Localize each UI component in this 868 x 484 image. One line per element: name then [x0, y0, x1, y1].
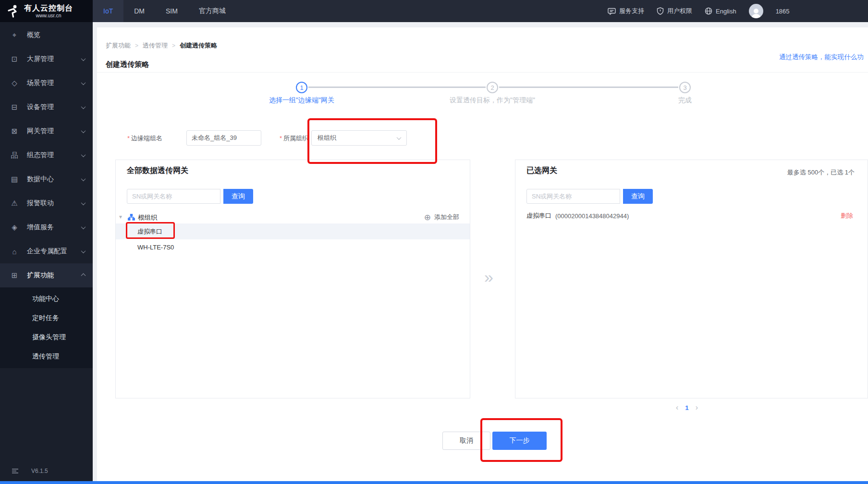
chevron-up-icon	[81, 273, 86, 278]
header-divider	[97, 72, 868, 73]
next-page-arrow[interactable]: ›	[696, 403, 698, 412]
bottom-accent-bar	[0, 481, 868, 484]
sidebar-navigation: ⌖ 概览 ⊡ 大屏管理 ◇ 场景管理 ⊟ 设备管理 ⊠ 网关管理 品 组态管理	[0, 22, 93, 481]
sidebar-item-value-added-services[interactable]: ◈ 增值服务	[0, 215, 93, 239]
submenu-item-scheduled-tasks[interactable]: 定时任务	[0, 309, 93, 328]
sidebar-item-extended-functions[interactable]: ⊞ 扩展功能	[0, 263, 93, 287]
submenu-item-function-center[interactable]: 功能中心	[0, 289, 93, 309]
step-1-circle: 1	[296, 82, 307, 93]
value-added-icon: ◈	[10, 223, 19, 232]
user-avatar[interactable]	[749, 4, 763, 18]
sidebar-item-alarm-linkage[interactable]: ⚠ 报警联动	[0, 191, 93, 215]
selected-gateways-title: 已选网关	[526, 166, 557, 176]
organization-select[interactable]: 根组织	[311, 130, 407, 146]
transfer-arrows-icon: »	[484, 268, 492, 286]
org-tree-header: ▾ 根组织 ⊕ 添加全部	[116, 212, 470, 223]
breadcrumb-current-page: 创建透传策略	[180, 41, 217, 50]
current-page-number[interactable]: 1	[685, 404, 689, 411]
tree-expand-caret-icon[interactable]: ▾	[119, 213, 122, 220]
chevron-down-icon	[81, 224, 86, 229]
next-step-button[interactable]: 下一步	[492, 432, 547, 450]
circle-plus-icon: ⊕	[424, 213, 431, 222]
edge-group-name-label: *边缘端组名	[127, 134, 162, 143]
tab-sim[interactable]: SIM	[155, 0, 188, 22]
edge-group-name-input[interactable]	[186, 130, 261, 146]
service-support-link[interactable]: 服务支持	[608, 7, 644, 15]
sidebar-item-overview[interactable]: ⌖ 概览	[0, 23, 93, 47]
screen-icon: ⊡	[10, 55, 19, 63]
gateway-tree-item-wh-lte-7s0[interactable]: WH-LTE-7S0	[116, 239, 470, 255]
app-window: 有人云控制台 www.usr.cn IoT DM SIM 官方商城 服务支持	[0, 0, 868, 484]
device-icon: ⊟	[10, 103, 19, 112]
data-center-icon: ▤	[10, 175, 19, 184]
cancel-button[interactable]: 取消	[442, 432, 490, 450]
step-connector-2	[499, 87, 678, 88]
sidebar-item-scene-management[interactable]: ◇ 场景管理	[0, 71, 93, 95]
sidebar-item-device-management[interactable]: ⊟ 设备管理	[0, 95, 93, 119]
tab-iot[interactable]: IoT	[93, 0, 123, 22]
step-3-circle: 3	[679, 82, 691, 93]
selected-search-button[interactable]: 查询	[623, 189, 653, 204]
brand-logo[interactable]: 有人云控制台 www.usr.cn	[0, 0, 93, 22]
required-asterisk: *	[280, 135, 282, 142]
sidebar-item-data-center[interactable]: ▤ 数据中心	[0, 167, 93, 191]
service-support-label: 服务支持	[619, 7, 644, 15]
breadcrumb-extended-functions[interactable]: 扩展功能	[106, 41, 131, 50]
tab-official-store[interactable]: 官方商城	[188, 0, 236, 22]
step-1-label: 选择一组"边缘端"网关	[230, 96, 374, 105]
selection-limit-text: 最多选 500个，已选 1个	[787, 168, 855, 177]
submenu-item-passthrough-management[interactable]: 透传管理	[0, 347, 93, 366]
pagination: ‹ 1 ›	[676, 403, 698, 412]
account-number[interactable]: 1865	[776, 8, 790, 15]
chevron-down-icon	[81, 176, 86, 181]
sidebar-item-enterprise-config[interactable]: ⌂ 企业专属配置	[0, 239, 93, 263]
chevron-down-icon	[81, 56, 86, 61]
organization-icon	[128, 214, 135, 223]
language-label: English	[716, 8, 736, 15]
tab-dm[interactable]: DM	[123, 0, 155, 22]
language-switcher[interactable]: English	[705, 7, 736, 15]
required-asterisk: *	[127, 135, 130, 142]
globe-icon	[705, 7, 712, 15]
brand-subtitle: www.usr.cn	[36, 12, 61, 18]
alarm-icon: ⚠	[10, 199, 19, 208]
chevron-down-icon	[81, 200, 86, 205]
selected-search-input[interactable]	[526, 189, 620, 204]
step-2-label: 设置透传目标，作为"管理端"	[396, 96, 588, 105]
scene-icon: ◇	[10, 79, 19, 87]
chevron-down-icon	[81, 104, 86, 109]
sidebar-item-gateway-management[interactable]: ⊠ 网关管理	[0, 119, 93, 143]
selected-gateway-name: 虚拟串口	[526, 211, 551, 220]
extended-functions-submenu: 功能中心 定时任务 摄像头管理 透传管理	[0, 287, 93, 368]
add-all-gateways[interactable]: ⊕ 添加全部	[424, 213, 459, 222]
prev-page-arrow[interactable]: ‹	[676, 403, 678, 412]
organization-label: *所属组织	[280, 134, 308, 143]
user-rights-link[interactable]: 用户权限	[657, 7, 692, 15]
chevron-down-icon	[81, 80, 86, 85]
gateway-search-button[interactable]: 查询	[223, 189, 253, 204]
user-rights-label: 用户权限	[667, 7, 692, 15]
collapse-sidebar-icon[interactable]	[12, 468, 19, 474]
usr-logo-icon	[6, 4, 20, 18]
sidebar-item-screen-management[interactable]: ⊡ 大屏管理	[0, 47, 93, 71]
tree-root-org[interactable]: 根组织	[138, 213, 158, 222]
extension-icon: ⊞	[10, 271, 19, 280]
all-gateways-panel: 全部数据透传网关 查询 ▾ 根组织 ⊕ 添加全部	[115, 160, 470, 398]
topbar-right-cluster: 服务支持 用户权限 English	[608, 0, 790, 22]
step-2-circle: 2	[487, 82, 498, 93]
submenu-item-camera-management[interactable]: 摄像头管理	[0, 328, 93, 347]
delete-selected-gateway-button[interactable]: 删除	[841, 211, 853, 220]
gateway-tree-item-virtual-serial[interactable]: 虚拟串口	[116, 223, 470, 239]
gateway-search-input[interactable]	[127, 189, 220, 204]
policy-help-link[interactable]: 通过透传策略，能实现什么功	[779, 53, 864, 62]
chevron-down-icon	[81, 248, 86, 253]
main-content: 扩展功能 > 透传管理 > 创建透传策略 通过透传策略，能实现什么功 创建透传策…	[97, 27, 868, 481]
sidebar-footer: V6.1.5	[0, 468, 93, 474]
step-connector-1	[308, 87, 486, 88]
breadcrumb-passthrough-management[interactable]: 透传管理	[143, 41, 168, 50]
overview-icon: ⌖	[10, 31, 19, 39]
sidebar-item-configuration-management[interactable]: 品 组态管理	[0, 143, 93, 167]
chat-bubble-icon	[608, 8, 616, 15]
chevron-down-icon	[81, 152, 86, 157]
gateway-icon: ⊠	[10, 127, 19, 136]
